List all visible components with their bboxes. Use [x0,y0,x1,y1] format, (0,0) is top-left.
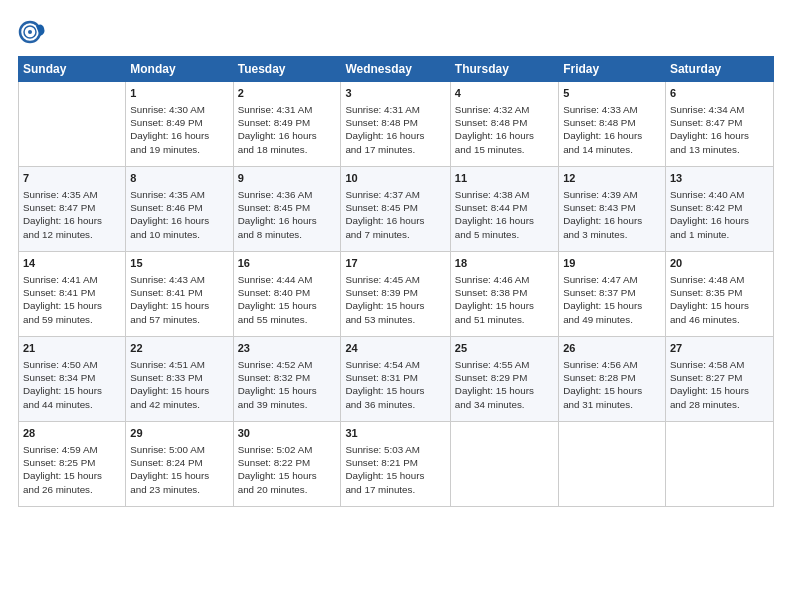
cell-details: Sunrise: 4:40 AM Sunset: 8:42 PM Dayligh… [670,188,769,241]
day-number: 23 [238,341,337,356]
cell-details: Sunrise: 4:33 AM Sunset: 8:48 PM Dayligh… [563,103,661,156]
week-row: 1Sunrise: 4:30 AM Sunset: 8:49 PM Daylig… [19,82,774,167]
logo-icon [18,18,46,46]
day-number: 8 [130,171,228,186]
cell-details: Sunrise: 4:36 AM Sunset: 8:45 PM Dayligh… [238,188,337,241]
calendar-cell [19,82,126,167]
svg-point-3 [28,30,32,34]
day-number: 30 [238,426,337,441]
day-number: 31 [345,426,445,441]
day-number: 11 [455,171,554,186]
day-number: 19 [563,256,661,271]
calendar-cell [559,422,666,507]
day-number: 6 [670,86,769,101]
day-number: 5 [563,86,661,101]
calendar-cell: 25Sunrise: 4:55 AM Sunset: 8:29 PM Dayli… [450,337,558,422]
cell-details: Sunrise: 4:39 AM Sunset: 8:43 PM Dayligh… [563,188,661,241]
day-number: 7 [23,171,121,186]
calendar-cell: 10Sunrise: 4:37 AM Sunset: 8:45 PM Dayli… [341,167,450,252]
cell-details: Sunrise: 4:31 AM Sunset: 8:49 PM Dayligh… [238,103,337,156]
calendar-cell: 13Sunrise: 4:40 AM Sunset: 8:42 PM Dayli… [665,167,773,252]
cell-details: Sunrise: 4:45 AM Sunset: 8:39 PM Dayligh… [345,273,445,326]
header [18,18,774,46]
calendar-cell: 28Sunrise: 4:59 AM Sunset: 8:25 PM Dayli… [19,422,126,507]
day-number: 2 [238,86,337,101]
day-number: 29 [130,426,228,441]
calendar-cell: 12Sunrise: 4:39 AM Sunset: 8:43 PM Dayli… [559,167,666,252]
week-row: 28Sunrise: 4:59 AM Sunset: 8:25 PM Dayli… [19,422,774,507]
header-cell-friday: Friday [559,57,666,82]
calendar-cell: 29Sunrise: 5:00 AM Sunset: 8:24 PM Dayli… [126,422,233,507]
calendar-cell: 7Sunrise: 4:35 AM Sunset: 8:47 PM Daylig… [19,167,126,252]
calendar-cell: 22Sunrise: 4:51 AM Sunset: 8:33 PM Dayli… [126,337,233,422]
day-number: 4 [455,86,554,101]
header-cell-sunday: Sunday [19,57,126,82]
calendar-cell: 15Sunrise: 4:43 AM Sunset: 8:41 PM Dayli… [126,252,233,337]
cell-details: Sunrise: 5:02 AM Sunset: 8:22 PM Dayligh… [238,443,337,496]
day-number: 1 [130,86,228,101]
cell-details: Sunrise: 4:38 AM Sunset: 8:44 PM Dayligh… [455,188,554,241]
day-number: 17 [345,256,445,271]
cell-details: Sunrise: 4:32 AM Sunset: 8:48 PM Dayligh… [455,103,554,156]
calendar-cell: 27Sunrise: 4:58 AM Sunset: 8:27 PM Dayli… [665,337,773,422]
calendar-cell: 20Sunrise: 4:48 AM Sunset: 8:35 PM Dayli… [665,252,773,337]
calendar-cell: 16Sunrise: 4:44 AM Sunset: 8:40 PM Dayli… [233,252,341,337]
header-cell-thursday: Thursday [450,57,558,82]
calendar-cell: 19Sunrise: 4:47 AM Sunset: 8:37 PM Dayli… [559,252,666,337]
calendar-cell: 2Sunrise: 4:31 AM Sunset: 8:49 PM Daylig… [233,82,341,167]
day-number: 22 [130,341,228,356]
calendar-cell: 17Sunrise: 4:45 AM Sunset: 8:39 PM Dayli… [341,252,450,337]
cell-details: Sunrise: 5:00 AM Sunset: 8:24 PM Dayligh… [130,443,228,496]
cell-details: Sunrise: 4:52 AM Sunset: 8:32 PM Dayligh… [238,358,337,411]
cell-details: Sunrise: 4:35 AM Sunset: 8:47 PM Dayligh… [23,188,121,241]
logo [18,18,50,46]
calendar-cell: 30Sunrise: 5:02 AM Sunset: 8:22 PM Dayli… [233,422,341,507]
header-cell-monday: Monday [126,57,233,82]
cell-details: Sunrise: 4:30 AM Sunset: 8:49 PM Dayligh… [130,103,228,156]
header-cell-tuesday: Tuesday [233,57,341,82]
calendar-cell: 23Sunrise: 4:52 AM Sunset: 8:32 PM Dayli… [233,337,341,422]
day-number: 21 [23,341,121,356]
day-number: 20 [670,256,769,271]
calendar-cell: 11Sunrise: 4:38 AM Sunset: 8:44 PM Dayli… [450,167,558,252]
day-number: 26 [563,341,661,356]
day-number: 14 [23,256,121,271]
cell-details: Sunrise: 4:48 AM Sunset: 8:35 PM Dayligh… [670,273,769,326]
cell-details: Sunrise: 4:58 AM Sunset: 8:27 PM Dayligh… [670,358,769,411]
calendar-cell: 8Sunrise: 4:35 AM Sunset: 8:46 PM Daylig… [126,167,233,252]
calendar-cell: 5Sunrise: 4:33 AM Sunset: 8:48 PM Daylig… [559,82,666,167]
cell-details: Sunrise: 4:51 AM Sunset: 8:33 PM Dayligh… [130,358,228,411]
cell-details: Sunrise: 4:56 AM Sunset: 8:28 PM Dayligh… [563,358,661,411]
day-number: 9 [238,171,337,186]
cell-details: Sunrise: 4:31 AM Sunset: 8:48 PM Dayligh… [345,103,445,156]
day-number: 25 [455,341,554,356]
day-number: 15 [130,256,228,271]
calendar-cell: 18Sunrise: 4:46 AM Sunset: 8:38 PM Dayli… [450,252,558,337]
day-number: 27 [670,341,769,356]
cell-details: Sunrise: 4:59 AM Sunset: 8:25 PM Dayligh… [23,443,121,496]
calendar-cell: 4Sunrise: 4:32 AM Sunset: 8:48 PM Daylig… [450,82,558,167]
calendar-cell: 31Sunrise: 5:03 AM Sunset: 8:21 PM Dayli… [341,422,450,507]
header-cell-saturday: Saturday [665,57,773,82]
week-row: 21Sunrise: 4:50 AM Sunset: 8:34 PM Dayli… [19,337,774,422]
cell-details: Sunrise: 4:50 AM Sunset: 8:34 PM Dayligh… [23,358,121,411]
header-cell-wednesday: Wednesday [341,57,450,82]
day-number: 18 [455,256,554,271]
cell-details: Sunrise: 4:35 AM Sunset: 8:46 PM Dayligh… [130,188,228,241]
day-number: 12 [563,171,661,186]
day-number: 13 [670,171,769,186]
header-row: SundayMondayTuesdayWednesdayThursdayFrid… [19,57,774,82]
day-number: 3 [345,86,445,101]
cell-details: Sunrise: 4:43 AM Sunset: 8:41 PM Dayligh… [130,273,228,326]
week-row: 7Sunrise: 4:35 AM Sunset: 8:47 PM Daylig… [19,167,774,252]
calendar-cell: 21Sunrise: 4:50 AM Sunset: 8:34 PM Dayli… [19,337,126,422]
calendar-cell: 14Sunrise: 4:41 AM Sunset: 8:41 PM Dayli… [19,252,126,337]
cell-details: Sunrise: 4:44 AM Sunset: 8:40 PM Dayligh… [238,273,337,326]
calendar-cell: 6Sunrise: 4:34 AM Sunset: 8:47 PM Daylig… [665,82,773,167]
calendar-table: SundayMondayTuesdayWednesdayThursdayFrid… [18,56,774,507]
calendar-cell: 24Sunrise: 4:54 AM Sunset: 8:31 PM Dayli… [341,337,450,422]
calendar-cell [450,422,558,507]
cell-details: Sunrise: 4:54 AM Sunset: 8:31 PM Dayligh… [345,358,445,411]
day-number: 16 [238,256,337,271]
calendar-cell [665,422,773,507]
